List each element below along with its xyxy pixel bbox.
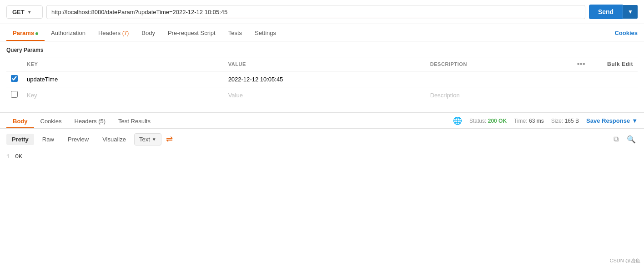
th-actions: •••: [573, 57, 603, 71]
empty-extra-cell: [603, 87, 638, 103]
send-dropdown-button[interactable]: ▼: [623, 5, 638, 19]
table-row: [6, 71, 638, 87]
size-prefix: Size:: [551, 118, 565, 124]
format-tab-visualize[interactable]: Visualize: [97, 134, 131, 145]
url-input-wrapper: [46, 5, 585, 19]
status-value: 200 OK: [488, 118, 507, 124]
row-key-cell: [22, 71, 224, 87]
format-pretty-label: Pretty: [12, 136, 29, 143]
time-prefix: Time:: [514, 118, 529, 124]
params-table: KEY VALUE DESCRIPTION ••• Bulk Edit: [6, 57, 638, 103]
search-icon[interactable]: 🔍: [625, 133, 638, 146]
format-tab-pretty[interactable]: Pretty: [6, 134, 34, 145]
text-format-select[interactable]: Text ▼: [134, 133, 161, 146]
format-raw-label: Raw: [42, 136, 54, 143]
size-label: Size: 165 B: [551, 118, 579, 124]
bottom-tab-cookies-label: Cookies: [40, 118, 62, 125]
row-actions-cell: [573, 71, 603, 87]
query-params-section: Query Params KEY VALUE DESCRIPTION ••• B…: [0, 41, 644, 103]
text-format-label: Text: [139, 136, 150, 143]
bottom-tab-headers-label: Headers (5): [74, 118, 106, 125]
row-value-input[interactable]: [228, 76, 421, 83]
tab-prerequest-label: Pre-request Script: [168, 30, 216, 36]
tab-headers-label: Headers (7): [98, 30, 129, 36]
empty-value-cell: Value: [224, 87, 426, 103]
url-bar: GET ▼ Send ▼: [0, 0, 644, 24]
send-button[interactable]: Send: [589, 5, 623, 19]
tab-authorization-label: Authorization: [51, 30, 86, 36]
tab-tests-label: Tests: [228, 30, 242, 36]
tab-authorization[interactable]: Authorization: [45, 24, 92, 41]
size-value: 165 B: [565, 118, 579, 124]
bottom-tab-test-results[interactable]: Test Results: [112, 113, 157, 128]
query-params-title: Query Params: [6, 47, 638, 53]
response-body: 1OK: [0, 150, 644, 164]
request-tabs: Params Authorization Headers (7) Body Pr…: [0, 24, 644, 41]
tab-headers[interactable]: Headers (7): [92, 24, 135, 41]
bottom-tab-cookies[interactable]: Cookies: [34, 113, 68, 128]
format-visualize-label: Visualize: [102, 136, 126, 143]
row-description-cell: [426, 71, 573, 87]
tab-params[interactable]: Params: [6, 24, 45, 41]
response-headers-badge: (5): [98, 118, 106, 125]
row-key-input[interactable]: [27, 76, 219, 83]
value-placeholder: Value: [228, 92, 243, 99]
time-label: Time: 63 ms: [514, 118, 544, 124]
bottom-tab-test-results-label: Test Results: [118, 118, 151, 125]
text-format-chevron-icon: ▼: [152, 137, 156, 142]
format-preview-label: Preview: [68, 136, 89, 143]
time-value: 63 ms: [529, 118, 544, 124]
th-description: DESCRIPTION: [426, 57, 573, 71]
bottom-tab-headers[interactable]: Headers (5): [68, 113, 112, 128]
tab-prerequest[interactable]: Pre-request Script: [161, 24, 222, 41]
more-options-icon[interactable]: •••: [577, 60, 585, 68]
response-section: Body Cookies Headers (5) Test Results 🌐 …: [0, 112, 644, 164]
description-placeholder: Description: [430, 92, 460, 99]
bottom-tab-body-label: Body: [13, 118, 28, 125]
save-response-chevron-icon: ▼: [632, 117, 638, 124]
response-toolbar: Pretty Raw Preview Visualize Text ▼ ⇌ ⧉ …: [0, 129, 644, 150]
row-checkbox[interactable]: [11, 75, 18, 82]
row-extra-cell: [603, 71, 638, 87]
method-select[interactable]: GET ▼: [6, 5, 43, 19]
method-chevron-icon: ▼: [27, 10, 32, 15]
response-tabs: Body Cookies Headers (5) Test Results 🌐 …: [0, 113, 644, 129]
empty-row-checkbox[interactable]: [11, 91, 18, 98]
row-checkbox-cell: [6, 71, 22, 87]
url-input[interactable]: [46, 5, 585, 19]
wrap-icon[interactable]: ⇌: [164, 132, 175, 146]
row-value-cell: [224, 71, 426, 87]
tab-settings[interactable]: Settings: [248, 24, 282, 41]
response-status-bar: 🌐 Status: 200 OK Time: 63 ms Size: 165 B…: [453, 116, 638, 125]
bulk-edit-button[interactable]: Bulk Edit: [607, 61, 633, 67]
status-label: Status: 200 OK: [469, 118, 507, 124]
th-key: KEY: [22, 57, 224, 71]
send-button-group: Send ▼: [589, 5, 638, 19]
tab-params-label: Params: [13, 30, 34, 36]
status-prefix: Status:: [469, 118, 488, 124]
th-bulk-edit: Bulk Edit: [603, 57, 638, 71]
th-checkbox: [6, 57, 22, 71]
key-placeholder: Key: [27, 92, 37, 99]
row-description-input[interactable]: [430, 76, 568, 83]
th-value: VALUE: [224, 57, 426, 71]
cookies-link[interactable]: Cookies: [614, 24, 638, 41]
method-label: GET: [12, 9, 25, 15]
response-toolbar-right: ⧉ 🔍: [612, 133, 638, 146]
copy-icon[interactable]: ⧉: [612, 133, 620, 145]
empty-actions-cell: [573, 87, 603, 103]
tab-body-label: Body: [141, 30, 155, 36]
headers-badge: (7): [122, 30, 129, 36]
params-dot: [35, 32, 38, 35]
bottom-tab-body[interactable]: Body: [6, 113, 34, 128]
globe-icon: 🌐: [453, 116, 462, 125]
save-response-label: Save Response: [586, 117, 630, 124]
table-row-empty: Key Value Description: [6, 87, 638, 103]
format-tab-preview[interactable]: Preview: [62, 134, 94, 145]
format-tab-raw[interactable]: Raw: [37, 134, 60, 145]
tab-body[interactable]: Body: [135, 24, 161, 41]
line-number-1: 1: [6, 154, 10, 160]
tab-tests[interactable]: Tests: [222, 24, 248, 41]
response-content: OK: [15, 153, 22, 160]
save-response-button[interactable]: Save Response ▼: [586, 117, 638, 124]
